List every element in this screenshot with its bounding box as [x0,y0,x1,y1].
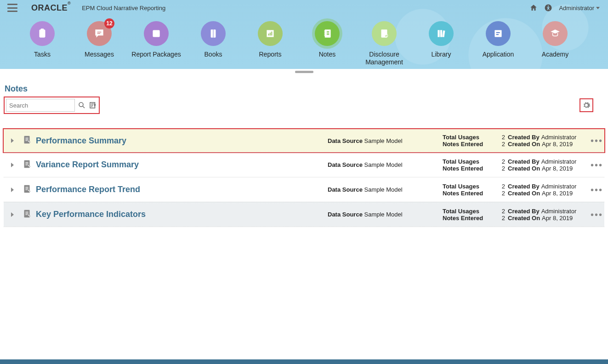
document-icon [22,159,36,171]
svg-rect-13 [271,32,272,36]
book-icon [201,21,226,46]
expand-caret-icon[interactable] [11,212,14,217]
nav-item-label: Reports [259,51,281,58]
svg-rect-14 [325,29,331,37]
app-icon [486,21,511,46]
search-icon[interactable] [78,101,86,109]
data-source-cell: Data Source Sample Model [328,137,443,144]
notes-icon [315,21,340,46]
search-highlight-box [4,97,100,114]
user-name: Administrator [559,5,594,11]
library-icon [429,21,454,46]
meta-cell: Created By AdministratorCreated On Apr 8… [508,208,588,222]
svg-rect-31 [24,160,30,168]
document-icon [22,209,36,221]
nav-item-label: Messages [85,51,114,58]
data-source-cell: Data Source Sample Model [328,186,443,193]
meta-cell: Created By AdministratorCreated On Apr 8… [508,183,588,197]
brand-logo: ORACLE® [31,3,71,13]
data-source-cell: Data Source Sample Model [328,211,443,218]
svg-rect-25 [442,30,445,37]
filter-icon[interactable] [89,101,97,109]
nav-item-messages[interactable]: 12Messages [71,21,128,66]
note-row[interactable]: Performance Report TrendData Source Samp… [4,177,604,202]
svg-rect-30 [24,136,30,144]
metrics-cell: Total Usages2Notes Entered2 [443,158,505,172]
svg-rect-12 [270,33,271,36]
nav-item-library[interactable]: Library [413,21,470,66]
svg-rect-3 [41,28,44,30]
gear-icon[interactable] [582,101,591,109]
expand-caret-icon[interactable] [11,138,14,143]
expand-caret-icon[interactable] [11,163,14,167]
note-row[interactable]: Performance SummaryData Source Sample Mo… [3,128,605,153]
badge: 12 [104,18,114,28]
nav-item-notes[interactable]: Notes [299,21,356,66]
nav-row: Tasks12MessagesReport PackagesBooksRepor… [0,13,608,66]
nav-item-label: Application [483,51,514,58]
nav-item-label: DisclosureManagement [365,51,403,66]
academy-icon [543,21,568,46]
note-title[interactable]: Performance Summary [36,136,126,146]
nav-item-label: Tasks [34,51,51,58]
home-icon[interactable] [529,4,538,12]
note-title[interactable]: Key Performance Indicators [36,210,146,219]
nav-item-label: Notes [319,51,336,58]
svg-rect-11 [268,34,269,35]
svg-point-1 [548,6,549,6]
svg-rect-24 [440,30,442,37]
note-list: Performance SummaryData Source Sample Mo… [4,129,604,227]
data-source-cell: Data Source Sample Model [328,161,443,168]
more-actions-icon[interactable]: ••• [591,136,600,145]
nav-item-label: Library [432,51,451,58]
caret-down-icon [596,7,600,9]
svg-line-28 [83,106,85,108]
nav-item-label: Books [205,51,222,58]
note-row[interactable]: Key Performance IndicatorsData Source Sa… [4,202,604,227]
nav-item-reports[interactable]: Reports [242,21,299,66]
meta-cell: Created By AdministratorCreated On Apr 8… [508,158,588,172]
clipboard-icon [30,21,55,46]
nav-item-label: Academy [542,51,568,58]
meta-cell: Created By AdministratorCreated On Apr 8… [508,134,588,148]
metrics-cell: Total Usages2Notes Entered2 [443,208,505,222]
nav-item-application[interactable]: Application [470,21,527,66]
note-row[interactable]: Variance Report SummaryData Source Sampl… [4,152,604,177]
page-title: Notes [5,84,604,94]
more-actions-icon[interactable]: ••• [591,210,600,219]
app-header: ORACLE® EPM Cloud Narrative Reporting Ad… [0,0,608,69]
more-actions-icon[interactable]: ••• [591,185,600,194]
disclosure-icon [372,21,397,46]
document-icon [22,184,36,196]
metrics-cell: Total Usages2Notes Entered2 [443,134,505,148]
nav-item-academy[interactable]: Academy [527,21,584,66]
svg-rect-7 [154,32,160,37]
metrics-cell: Total Usages2Notes Entered2 [443,183,505,197]
svg-rect-32 [24,185,30,193]
expand-caret-icon[interactable] [11,188,14,192]
nav-item-disclosure-management[interactable]: DisclosureManagement [356,21,413,66]
svg-rect-26 [494,30,501,37]
nav-item-books[interactable]: Books [185,21,242,66]
product-name: EPM Cloud Narrative Reporting [82,5,165,11]
nav-item-report-packages[interactable]: Report Packages [128,21,185,66]
note-title[interactable]: Performance Report Trend [36,185,140,194]
accessibility-icon[interactable] [544,4,552,12]
chat-icon: 12 [87,21,112,46]
nav-item-tasks[interactable]: Tasks [14,21,71,66]
report-icon [258,21,283,46]
svg-point-27 [79,102,83,107]
note-title[interactable]: Variance Report Summary [36,160,139,170]
nav-item-label: Report Packages [131,51,181,58]
hamburger-menu-icon[interactable] [7,4,17,12]
package-icon [144,21,169,46]
more-actions-icon[interactable]: ••• [591,160,600,170]
svg-rect-33 [24,210,30,217]
search-input[interactable] [6,99,75,112]
svg-rect-23 [438,30,439,37]
user-menu[interactable]: Administrator [559,5,600,11]
gear-highlight-box [580,98,593,112]
document-icon [22,135,36,147]
